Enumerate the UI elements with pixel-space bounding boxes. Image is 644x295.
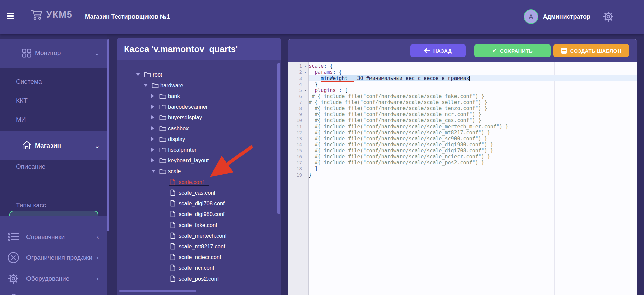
- collapse-arrow-icon[interactable]: [151, 94, 159, 98]
- tree-node-label: root: [153, 71, 162, 78]
- sidebar-item-label: Оборудование: [26, 275, 69, 282]
- tree-vertical-scrollbar[interactable]: [277, 63, 280, 214]
- tree-file-scale_pos2.conf[interactable]: scale_pos2.conf: [117, 273, 281, 284]
- code-line-16[interactable]: #{ include file("conf/hardware/scale/sca…: [309, 154, 637, 160]
- tree-file-scale_digi980.conf[interactable]: scale_digi980.conf: [117, 209, 281, 219]
- code-line-6[interactable]: # { include file("conf/hardware/scale/sc…: [309, 93, 637, 99]
- folder-icon: [152, 82, 159, 89]
- code-line-12[interactable]: #{ include file("conf/hardware/scale/sca…: [309, 130, 637, 136]
- collapse-arrow-icon[interactable]: [151, 126, 159, 130]
- code-editor[interactable]: scale: { params: { minWeight = 30 #миним…: [309, 62, 637, 295]
- hamburger-menu-icon[interactable]: [7, 11, 14, 21]
- tree-folder-fiscalprinter[interactable]: fiscalprinter: [117, 144, 281, 155]
- tree-node-label: scale.conf: [179, 179, 204, 185]
- sidebar: Монитор ⌄ Система ККТ МИ Магазин ⌄ Описа…: [0, 34, 107, 295]
- collapse-arrow-icon[interactable]: [151, 115, 159, 119]
- code-line-1[interactable]: scale: {: [309, 63, 637, 69]
- folder-icon: [159, 136, 166, 142]
- expand-arrow-icon[interactable]: [136, 73, 144, 76]
- expand-arrow-icon[interactable]: [144, 84, 152, 87]
- tree-file-scale_cas.conf[interactable]: scale_cas.conf: [117, 187, 281, 198]
- tree-node-label: buyersdisplay: [168, 114, 202, 121]
- expand-arrow-icon[interactable]: [151, 170, 159, 173]
- sidebar-scrollbar[interactable]: [107, 39, 109, 231]
- code-line-5[interactable]: plugins : [: [309, 87, 637, 93]
- code-line-17[interactable]: #{ include file("conf/hardware/scale/sca…: [309, 160, 637, 166]
- tree-file-scale_nciecr.conf[interactable]: scale_nciecr.conf: [117, 252, 281, 262]
- person-icon: [8, 293, 19, 295]
- tree-folder-keyboard_layout[interactable]: keyboard_layout: [117, 155, 281, 166]
- tree-folder-hardware[interactable]: hardware: [117, 80, 281, 91]
- tree-file-scale_mt8217.conf[interactable]: scale_mt8217.conf: [117, 241, 281, 252]
- chevron-left-icon: ‹: [97, 254, 99, 261]
- tree-node-label: scale_nciecr.conf: [179, 254, 221, 260]
- sidebar-item-magazin[interactable]: Магазин ⌄: [0, 131, 107, 160]
- avatar[interactable]: А: [524, 9, 538, 24]
- sidebar-item-opisanie[interactable]: Описание: [16, 161, 45, 172]
- line-number: 6: [288, 93, 308, 99]
- create-template-button[interactable]: СОЗДАТЬ ШАБЛОН: [553, 44, 629, 57]
- user-menu[interactable]: А Администратор: [524, 9, 590, 24]
- file-icon: [170, 222, 176, 228]
- header-divider: [78, 11, 78, 22]
- tree-file-scale_ncr.conf[interactable]: scale_ncr.conf: [117, 262, 281, 273]
- sidebar-item-kkt[interactable]: ККТ: [16, 95, 28, 106]
- sidebar-item-monitor[interactable]: Монитор ⌄: [0, 39, 107, 68]
- chevron-left-icon: ‹: [97, 275, 99, 282]
- settings-gear-icon[interactable]: [602, 11, 614, 23]
- tree-folder-barcodescanner[interactable]: barcodescanner: [117, 101, 281, 112]
- code-line-19[interactable]: }: [309, 172, 637, 178]
- folder-icon: [159, 157, 166, 164]
- tree-folder-buyersdisplay[interactable]: buyersdisplay: [117, 112, 281, 123]
- sidebar-item-sistema[interactable]: Система: [16, 76, 42, 87]
- file-icon: [170, 264, 176, 271]
- folder-icon: [159, 125, 166, 132]
- line-number: 19: [288, 172, 308, 178]
- tree-folder-bank[interactable]: bank: [117, 91, 281, 101]
- code-line-14[interactable]: #{ include file("conf/hardware/scale/sca…: [309, 142, 637, 148]
- collapse-arrow-icon[interactable]: [151, 148, 159, 152]
- sidebar-item-mi[interactable]: МИ: [16, 114, 26, 125]
- tree-folder-display[interactable]: display: [117, 134, 281, 144]
- collapse-arrow-icon[interactable]: [151, 105, 159, 109]
- chevron-down-icon: ⌄: [94, 49, 100, 57]
- code-line-4[interactable]: }: [309, 81, 637, 87]
- collapse-arrow-icon[interactable]: [151, 137, 159, 141]
- code-line-15[interactable]: #{ include file("conf/hardware/scale/sca…: [309, 148, 637, 154]
- line-number: 3: [288, 75, 308, 81]
- check-icon: ✔: [492, 48, 497, 54]
- back-button[interactable]: НАЗАД: [410, 44, 466, 57]
- folder-icon: [144, 71, 151, 78]
- tree-folder-root[interactable]: root: [117, 69, 281, 80]
- line-number: 7: [288, 99, 308, 105]
- code-line-18[interactable]: ]: [309, 166, 637, 172]
- code-line-9[interactable]: #{ include file("conf/hardware/scale/sca…: [309, 111, 637, 117]
- tree-file-scale_mertech.conf[interactable]: scale_mertech.conf: [117, 230, 281, 241]
- fold-arrow-icon[interactable]: ▾: [302, 88, 306, 93]
- code-line-7[interactable]: # { include file("conf/hardware/scale/sc…: [309, 99, 637, 105]
- tree-horizontal-scrollbar[interactable]: [119, 290, 196, 292]
- code-line-3[interactable]: minWeight = 30 #минимальный вес с весов …: [309, 75, 637, 81]
- sidebar-item-tipy-kass[interactable]: Типы касс: [16, 200, 46, 211]
- code-line-11[interactable]: #{ include file("conf/hardware/scale/sca…: [309, 124, 637, 130]
- line-number: 17: [288, 160, 308, 166]
- tree-file-scale.conf[interactable]: scale.conf: [117, 177, 281, 187]
- line-number: 14: [288, 142, 308, 148]
- code-line-2[interactable]: params: {: [309, 69, 637, 75]
- sidebar-item-label: Монитор: [35, 49, 61, 57]
- tree-folder-scale[interactable]: scale: [117, 166, 281, 177]
- chevron-left-icon: ‹: [97, 233, 99, 241]
- save-button[interactable]: ✔ СОХРАНИТЬ: [474, 44, 551, 57]
- tree-folder-cashbox[interactable]: cashbox: [117, 123, 281, 134]
- code-line-10[interactable]: #{ include file("conf/hardware/scale/sca…: [309, 117, 637, 124]
- fold-arrow-icon[interactable]: ▾: [302, 64, 306, 68]
- tree-file-scale_digi708.conf[interactable]: scale_digi708.conf: [117, 198, 281, 209]
- sidebar-item-label: Магазин: [35, 142, 61, 149]
- line-number: 9: [288, 111, 308, 117]
- tree-node-label: scale_pos2.conf: [179, 276, 219, 282]
- fold-arrow-icon[interactable]: ▾: [302, 70, 306, 75]
- collapse-arrow-icon[interactable]: [151, 158, 159, 162]
- code-line-8[interactable]: #{ include file("conf/hardware/scale/sca…: [309, 105, 637, 111]
- tree-file-scale_fake.conf[interactable]: scale_fake.conf: [117, 219, 281, 230]
- code-line-13[interactable]: #{ include file("conf/hardware/scale/sca…: [309, 136, 637, 142]
